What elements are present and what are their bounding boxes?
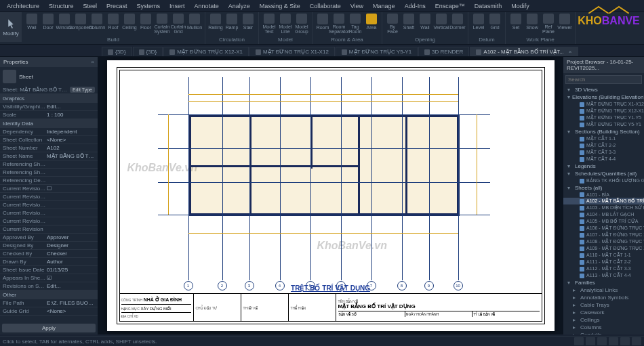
property-value[interactable]: [47, 226, 95, 232]
property-row[interactable]: Current Revision Issued☐: [0, 185, 98, 193]
menu-enscape[interactable]: Enscape™: [431, 1, 469, 11]
property-value[interactable]: [47, 202, 95, 208]
ribbon-tool-curtain-grid[interactable]: Curtain Grid: [171, 14, 186, 34]
property-value[interactable]: Checker: [47, 251, 95, 257]
tree-item[interactable]: ▾3D Views: [563, 86, 644, 93]
property-value[interactable]: Edit...: [47, 104, 95, 110]
ribbon-tool-model-line[interactable]: Model Line: [278, 14, 293, 34]
property-row[interactable]: Sheet NumberA102: [0, 144, 98, 152]
property-row[interactable]: Approved ByApprover: [0, 234, 98, 242]
tree-item[interactable]: ▾Elevations (Building Elevation): [563, 93, 644, 101]
document-tab[interactable]: MẶT ĐỨNG TRỤC X12-X1: [163, 47, 249, 56]
tree-item[interactable]: ▸Analytical Links: [563, 286, 644, 294]
property-row[interactable]: Revisions on SheetEdit...: [0, 282, 98, 290]
status-tool-icon[interactable]: [586, 337, 595, 345]
tree-toggle-icon[interactable]: ▸: [573, 332, 578, 334]
tree-item[interactable]: ▸Annotation Symbols: [563, 294, 644, 301]
tree-item[interactable]: MẶT ĐỨNG TRỤC X12-X1: [563, 108, 644, 114]
status-tool-icon[interactable]: [620, 337, 630, 345]
document-tab[interactable]: MẶT ĐỨNG TRỤC Y5-Y1: [336, 47, 418, 56]
tree-item[interactable]: A111 - MẶT CẮT 2-2: [563, 259, 644, 265]
tree-item[interactable]: MẶT ĐỨNG TRỤC Y5-Y1: [563, 121, 644, 128]
property-value[interactable]: A102: [47, 145, 95, 151]
property-value[interactable]: [47, 161, 95, 167]
ribbon-tool-floor[interactable]: Floor: [138, 14, 153, 34]
tree-item[interactable]: A107 - MẶT ĐỨNG TRỤC X1-X12: [563, 232, 644, 238]
browser-search-input[interactable]: [565, 75, 642, 84]
menu-modify[interactable]: Modify: [507, 1, 534, 11]
menu-steel[interactable]: Steel: [79, 1, 102, 11]
property-value[interactable]: ☐: [47, 186, 95, 192]
menu-manage[interactable]: Manage: [369, 1, 399, 11]
tree-toggle-icon[interactable]: ▸: [573, 309, 578, 316]
tree-item[interactable]: MẶT CẮT 4-4: [563, 156, 644, 163]
tree-toggle-icon[interactable]: ▾: [567, 94, 570, 100]
menu-massing-site[interactable]: Massing & Site: [256, 1, 304, 11]
properties-close-icon[interactable]: ×: [91, 59, 94, 65]
tree-item[interactable]: MẶT ĐỨNG TRỤC X1-X12: [563, 101, 644, 108]
ribbon-tool-area[interactable]: Area: [364, 14, 379, 34]
ribbon-tool-room-separator[interactable]: Room Separator: [331, 14, 346, 34]
tree-item[interactable]: BẢNG TK KHỐI LƯỢNG GẠCH: [563, 177, 644, 184]
document-tab[interactable]: A102 - MẶT BẰNG BỐ TRÍ VẬT...×: [470, 47, 578, 56]
property-value[interactable]: [47, 177, 95, 183]
property-row[interactable]: DependencyIndependent: [0, 128, 98, 136]
ribbon-tool-door[interactable]: Door: [41, 14, 56, 34]
tree-toggle-icon[interactable]: ▸: [573, 287, 578, 293]
property-value[interactable]: <None>: [47, 308, 95, 314]
document-tab[interactable]: {3D}: [102, 47, 132, 56]
menu-structure[interactable]: Structure: [45, 1, 78, 11]
property-row[interactable]: Current Revision Date: [0, 209, 98, 217]
tree-item[interactable]: MẶT ĐỨNG TRỤC Y1-Y5: [563, 114, 644, 121]
tree-item[interactable]: ▾Legends: [563, 163, 644, 170]
status-tool-icon[interactable]: [597, 337, 607, 345]
tree-item[interactable]: ▾Sheets (all): [563, 184, 644, 192]
ribbon-tool-tag-room[interactable]: Tag Room: [348, 14, 363, 34]
status-tool-icon[interactable]: [609, 337, 618, 345]
properties-type-selector[interactable]: Sheet: [0, 67, 98, 86]
ribbon-tool-model-group[interactable]: Model Group: [294, 14, 309, 34]
property-row[interactable]: Scale1 : 100: [0, 111, 98, 119]
ribbon-tool-show[interactable]: Show: [525, 14, 540, 34]
ribbon-tool-ref-plane[interactable]: Ref Plane: [541, 14, 556, 34]
ribbon-tool-roof[interactable]: Roof: [106, 14, 121, 34]
status-tool-icon[interactable]: [574, 337, 584, 345]
ribbon-tool-stair[interactable]: Stair: [241, 14, 256, 34]
property-value[interactable]: Designer: [47, 242, 95, 248]
tree-toggle-icon[interactable]: ▾: [567, 163, 573, 169]
tree-item[interactable]: ▸Columns: [563, 324, 644, 331]
tree-item[interactable]: A106 - MẶT ĐỨNG TRỤC Y1-Y5: [563, 225, 644, 232]
menu-systems[interactable]: Systems: [133, 1, 165, 11]
ribbon-tool-by-face[interactable]: By Face: [385, 14, 400, 34]
drawing-canvas[interactable]: KhoBanVe.vn KhoBanVe.vn: [98, 57, 563, 334]
property-value[interactable]: [47, 194, 95, 200]
tree-item[interactable]: ▾Sections (Building Section): [563, 128, 644, 135]
ribbon-tool-ramp[interactable]: Ramp: [224, 14, 239, 34]
property-value[interactable]: 01/13/25: [47, 267, 95, 273]
document-tab[interactable]: MẶT ĐỨNG TRỤC X1-X12: [249, 47, 335, 56]
property-row[interactable]: Current Revision: [0, 225, 98, 234]
tree-item[interactable]: MẶT CẮT 3-3: [563, 149, 644, 156]
tree-item[interactable]: ▸Ceilings: [563, 316, 644, 324]
tree-toggle-icon[interactable]: ▾: [567, 280, 573, 286]
ribbon-tool-curtain-system[interactable]: Curtain System: [155, 14, 169, 34]
property-value[interactable]: [47, 210, 95, 216]
property-row[interactable]: Referencing Sheet Coll...: [0, 160, 98, 169]
ribbon-tool-ceiling[interactable]: Ceiling: [122, 14, 137, 34]
ribbon-tool-model-text[interactable]: Model Text: [262, 14, 277, 34]
tree-item[interactable]: ▸Conduits: [563, 331, 644, 334]
status-tool-icon[interactable]: [632, 337, 641, 345]
property-row[interactable]: Designed ByDesigner: [0, 242, 98, 250]
apply-button[interactable]: Apply: [2, 324, 96, 332]
tree-item[interactable]: MẶT CẮT 1-1: [563, 135, 644, 142]
tree-toggle-icon[interactable]: ▸: [573, 295, 578, 301]
ribbon-tool-grid[interactable]: Grid: [487, 14, 502, 34]
tree-item[interactable]: A112 - MẶT CẮT 3-3: [563, 265, 644, 272]
tree-toggle-icon[interactable]: ▾: [567, 129, 573, 135]
tree-item[interactable]: ▸Casework: [563, 309, 644, 316]
tree-toggle-icon[interactable]: ▸: [573, 317, 578, 323]
ribbon-tool-window[interactable]: Window: [57, 14, 72, 34]
tree-item[interactable]: A109 - MẶT ĐỨNG TRỤC X12-X1: [563, 245, 644, 252]
property-value[interactable]: [47, 218, 95, 224]
menu-precast[interactable]: Precast: [102, 1, 132, 11]
